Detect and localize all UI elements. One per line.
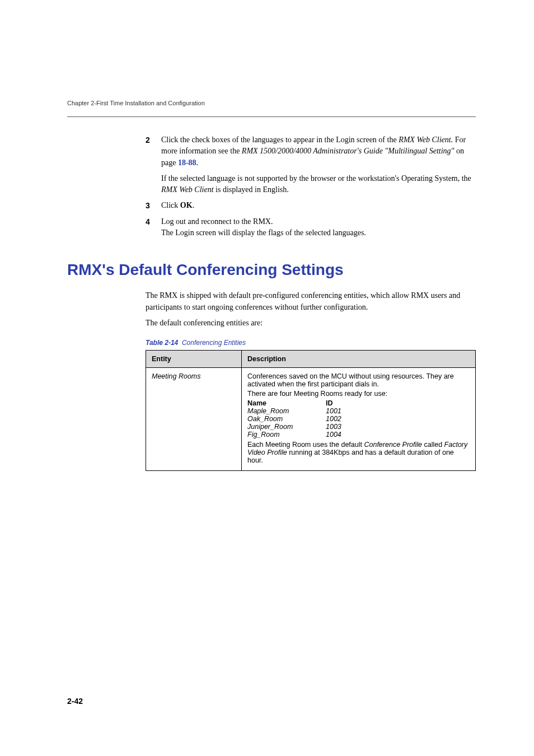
body-paragraph: The default conferencing entities are: — [146, 318, 476, 329]
conferencing-entities-table: Entity Description Meeting Rooms Confere… — [146, 350, 476, 471]
step-sub: If the selected language is not supporte… — [161, 173, 476, 196]
step-text-italic: RMX Web Client. — [399, 136, 453, 144]
step-4: 4 Log out and reconnect to the RMX. The … — [146, 216, 476, 239]
rooms-header-name: Name — [247, 399, 326, 407]
rooms-header-id: ID — [326, 399, 470, 407]
step-text: Click the check boxes of the languages t… — [161, 136, 399, 144]
step-text: is displayed in English. — [214, 185, 289, 194]
step-2: 2 Click the check boxes of the languages… — [146, 134, 476, 195]
step-number: 2 — [146, 134, 161, 195]
desc-span-italic: Conference Profile — [364, 441, 422, 449]
table-header-row: Entity Description — [146, 351, 476, 368]
page: 2 Click the check boxes of the languages… — [0, 0, 534, 505]
table-row: Meeting Rooms Conferences saved on the M… — [146, 368, 476, 471]
step-sub: The Login screen will display the flags … — [161, 227, 476, 239]
step-number: 3 — [146, 200, 161, 211]
step-text: . — [196, 158, 199, 167]
page-ref-link[interactable]: 18-88 — [178, 158, 196, 167]
top-rule — [67, 116, 476, 117]
desc-span: Each Meeting Room uses the default — [247, 441, 364, 449]
step-text-italic: RMX 1500/2000/4000 Administrator's Guide… — [242, 147, 455, 155]
step-number: 4 — [146, 216, 161, 239]
room-id: 1004 — [326, 431, 470, 438]
table-header-description: Description — [242, 351, 476, 368]
content-area: 2 Click the check boxes of the languages… — [146, 134, 476, 471]
table-caption-title: Table 2-14 — [146, 339, 178, 347]
desc-text: Conferences saved on the MCU without usi… — [247, 372, 470, 388]
entity-name: Meeting Rooms — [152, 372, 201, 380]
step-3: 3 Click OK. — [146, 200, 476, 211]
room-name: Fig_Room — [247, 431, 326, 438]
body-paragraph: The RMX is shipped with default pre-conf… — [146, 290, 476, 313]
room-row: Maple_Room 1001 — [247, 407, 470, 415]
section-heading: RMX's Default Conferencing Settings — [67, 261, 476, 279]
desc-text: There are four Meeting Rooms ready for u… — [247, 390, 470, 398]
desc-span: called — [422, 441, 444, 449]
room-name: Maple_Room — [247, 407, 326, 415]
running-head: Chapter 2-First Time Installation and Co… — [67, 100, 205, 106]
room-id: 1002 — [326, 415, 470, 423]
room-name: Oak_Room — [247, 415, 326, 423]
step-text: Log out and reconnect to the RMX. — [161, 217, 273, 226]
room-id: 1003 — [326, 423, 470, 431]
step-body: Click OK. — [161, 200, 476, 211]
step-text-italic: RMX Web Client — [161, 185, 214, 194]
desc-text: Each Meeting Room uses the default Confe… — [247, 441, 470, 464]
step-text: . — [193, 201, 195, 209]
table-header-entity: Entity — [146, 351, 242, 368]
step-text-bold: OK — [180, 201, 193, 209]
step-text: If the selected language is not supporte… — [161, 174, 471, 183]
room-row: Juniper_Room 1003 — [247, 423, 470, 431]
step-body: Log out and reconnect to the RMX. The Lo… — [161, 216, 476, 239]
step-body: Click the check boxes of the languages t… — [161, 134, 476, 195]
room-name: Juniper_Room — [247, 423, 326, 431]
table-cell-description: Conferences saved on the MCU without usi… — [242, 368, 476, 471]
room-row: Fig_Room 1004 — [247, 431, 470, 438]
room-row: Oak_Room 1002 — [247, 415, 470, 423]
table-caption-text: Conferencing Entities — [182, 339, 246, 347]
rooms-header-row: Name ID — [247, 399, 470, 407]
table-caption: Table 2-14 Conferencing Entities — [146, 339, 476, 347]
room-id: 1001 — [326, 407, 470, 415]
step-text: Click — [161, 201, 180, 209]
page-number: 2-42 — [67, 697, 83, 706]
table-cell-entity: Meeting Rooms — [146, 368, 242, 471]
